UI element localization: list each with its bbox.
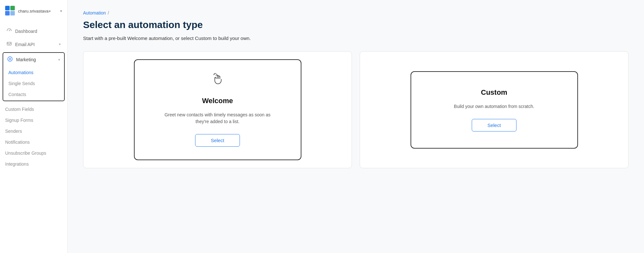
- breadcrumb-separator: /: [108, 10, 109, 15]
- sidebar-item-single-sends[interactable]: Single Sends: [3, 78, 64, 89]
- dashboard-icon: [6, 28, 12, 34]
- sidebar-item-notifications[interactable]: Notifications: [0, 137, 67, 148]
- app-logo-icon: [5, 6, 15, 16]
- welcome-card-outer: Welcome Greet new contacts with timely m…: [83, 51, 352, 168]
- custom-card-outer: Custom Build your own automation from sc…: [360, 51, 629, 168]
- welcome-card-description: Greet new contacts with timely messages …: [163, 112, 272, 125]
- sidebar-item-automations[interactable]: Automations: [3, 67, 64, 78]
- marketing-icon: [7, 56, 13, 63]
- svg-rect-2: [5, 11, 10, 15]
- sidebar-item-contacts[interactable]: Contacts: [3, 89, 64, 100]
- breadcrumb: Automation /: [83, 10, 629, 15]
- svg-rect-1: [10, 6, 15, 10]
- sidebar-section-marketing: Marketing ▾ Automations Single Sends Con…: [3, 52, 65, 101]
- marketing-chevron-icon: ▾: [58, 58, 60, 62]
- marketing-sub-items: Automations Single Sends Contacts: [3, 66, 64, 101]
- cards-container: Welcome Greet new contacts with timely m…: [83, 51, 629, 168]
- marketing-label: Marketing: [16, 57, 36, 62]
- email-api-icon: [6, 41, 12, 48]
- welcome-card-title: Welcome: [202, 97, 233, 105]
- custom-select-button[interactable]: Select: [472, 119, 517, 131]
- sidebar-item-dashboard[interactable]: Dashboard: [0, 24, 67, 38]
- sidebar-item-email-api[interactable]: Email API ▾: [0, 38, 67, 51]
- sidebar-nav: Dashboard Email API ▾ Mark: [0, 22, 67, 173]
- welcome-card: Welcome Greet new contacts with timely m…: [134, 59, 301, 160]
- sidebar-item-signup-forms[interactable]: Signup Forms: [0, 115, 67, 126]
- sidebar-section-marketing-header[interactable]: Marketing ▾: [3, 53, 64, 66]
- sidebar: charu.srivastava+ ▾ Dashboard Email API: [0, 0, 68, 253]
- sidebar-bottom-items: Custom Fields Signup Forms Senders Notif…: [0, 102, 67, 171]
- dashboard-label: Dashboard: [15, 29, 37, 34]
- svg-rect-5: [7, 42, 11, 45]
- breadcrumb-automation[interactable]: Automation: [83, 10, 106, 15]
- welcome-select-button[interactable]: Select: [195, 134, 240, 147]
- custom-card: Custom Build your own automation from sc…: [411, 71, 578, 149]
- sidebar-logo[interactable]: charu.srivastava+ ▾: [0, 0, 67, 22]
- svg-rect-3: [10, 11, 15, 15]
- sidebar-item-custom-fields[interactable]: Custom Fields: [0, 104, 67, 115]
- page-subtitle: Start with a pre-built Welcome automatio…: [83, 35, 629, 41]
- custom-card-title: Custom: [481, 88, 507, 97]
- custom-card-description: Build your own automation from scratch.: [454, 103, 535, 110]
- sidebar-item-senders[interactable]: Senders: [0, 126, 67, 137]
- logo-chevron-icon: ▾: [60, 9, 62, 13]
- email-api-label: Email API: [15, 42, 35, 47]
- user-name: charu.srivastava+: [18, 9, 51, 14]
- svg-point-4: [9, 31, 10, 31]
- main-content: Automation / Select an automation type S…: [68, 0, 644, 253]
- email-api-chevron-icon: ▾: [59, 42, 61, 46]
- hand-wave-icon: [211, 73, 224, 89]
- svg-rect-0: [5, 6, 10, 10]
- sidebar-item-integrations[interactable]: Integrations: [0, 159, 67, 170]
- page-title: Select an automation type: [83, 19, 629, 30]
- sidebar-item-unsubscribe-groups[interactable]: Unsubscribe Groups: [0, 148, 67, 159]
